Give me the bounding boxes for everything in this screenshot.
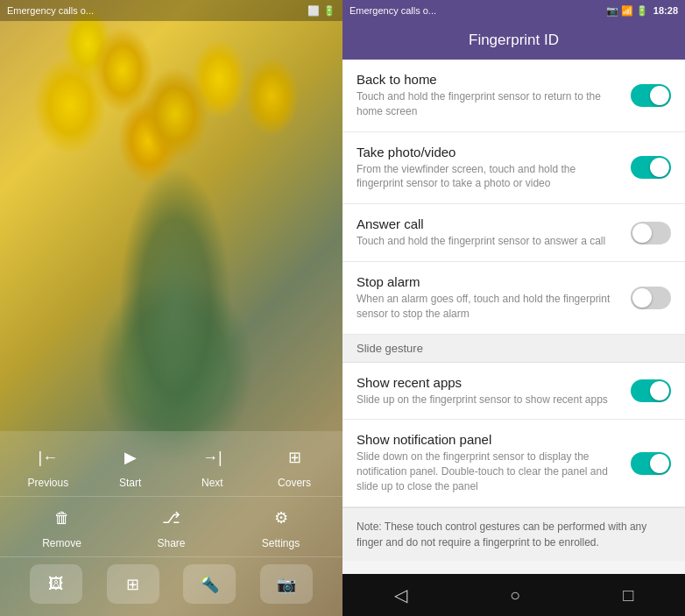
take-photo-knob	[650, 158, 669, 177]
recents-nav-button[interactable]: □	[623, 585, 633, 605]
signal-icon: 📶	[621, 5, 633, 17]
next-button[interactable]: →| Next	[181, 442, 243, 489]
show-recent-knob	[650, 381, 669, 400]
covers-label: Covers	[278, 477, 311, 489]
settings-list[interactable]: Back to home Touch and hold the fingerpr…	[342, 60, 685, 574]
show-notification-desc: Slide down on the fingerprint sensor to …	[357, 450, 620, 493]
next-label: Next	[201, 477, 223, 489]
covers-icon: ⊞	[279, 442, 310, 473]
settings-label: Settings	[262, 537, 300, 549]
status-icons-right: 📷 📶 🔋	[606, 5, 648, 17]
show-notification-knob	[650, 454, 669, 473]
answer-call-desc: Touch and hold the fingerprint sensor to…	[357, 234, 620, 249]
show-recent-title: Show recent apps	[357, 375, 620, 390]
take-photo-title: Take photo/video	[357, 145, 620, 159]
camera-icon-btn[interactable]: 📷	[260, 564, 313, 604]
flashlight-icon-btn[interactable]: 🔦	[183, 564, 236, 604]
slideshow-icon-btn[interactable]: 🖼	[30, 564, 82, 604]
navigation-bar: ◁ ○ □	[342, 574, 685, 616]
clock: 18:28	[653, 5, 678, 16]
page-title: Fingerprint ID	[342, 21, 685, 60]
right-panel: Emergency calls o... 📷 📶 🔋 18:28 Fingerp…	[342, 0, 685, 616]
share-button[interactable]: ⎇ Share	[141, 502, 202, 549]
start-label: Start	[119, 477, 141, 489]
slide-gesture-section: Slide gesture	[342, 335, 685, 363]
remove-icon: 🗑	[46, 502, 78, 534]
take-photo-toggle[interactable]	[631, 156, 671, 179]
left-panel: Emergency calls o... ⬜ 🔋 |← Previous ▶ S…	[0, 0, 342, 616]
settings-button[interactable]: ⚙ Settings	[251, 502, 312, 549]
wifi-icon: 🔋	[323, 5, 335, 17]
share-icon: ⎇	[156, 502, 187, 534]
settings-icon: ⚙	[265, 502, 297, 534]
media-overlay: |← Previous ▶ Start →| Next ⊞ Covers 🗑 R…	[0, 431, 342, 616]
take-photo-desc: From the viewfinder screen, touch and ho…	[357, 162, 620, 192]
answer-call-title: Answer call	[357, 216, 620, 231]
covers-button[interactable]: ⊞ Covers	[264, 442, 325, 489]
back-to-home-toggle[interactable]	[631, 84, 671, 107]
start-button[interactable]: ▶ Start	[100, 442, 161, 489]
setting-show-notification: Show notification panel Slide down on th…	[342, 420, 685, 506]
next-icon: →|	[196, 442, 228, 473]
remove-label: Remove	[42, 537, 81, 549]
emergency-text-left: Emergency calls o...	[7, 5, 307, 16]
stop-alarm-toggle[interactable]	[631, 287, 671, 309]
setting-stop-alarm: Stop alarm When an alarm goes off, touch…	[342, 262, 685, 335]
status-icons-left: ⬜ 🔋	[307, 5, 335, 17]
back-nav-button[interactable]: ◁	[394, 584, 407, 605]
media-controls: |← Previous ▶ Start →| Next ⊞ Covers	[0, 431, 342, 496]
bottom-icon-row: 🖼 ⊞ 🔦 📷	[0, 556, 342, 616]
start-icon: ▶	[115, 442, 146, 473]
emergency-text-right: Emergency calls o...	[350, 5, 606, 16]
stop-alarm-knob	[632, 288, 652, 308]
battery-icon-right: 🔋	[636, 5, 648, 17]
setting-take-photo: Take photo/video From the viewfinder scr…	[342, 132, 685, 205]
screenshot-icon: ⬜	[307, 5, 320, 17]
show-notification-toggle[interactable]	[631, 452, 671, 475]
show-notification-title: Show notification panel	[357, 432, 620, 447]
status-bar-left: Emergency calls o... ⬜ 🔋	[0, 0, 342, 21]
back-to-home-knob	[650, 86, 669, 105]
previous-button[interactable]: |← Previous	[18, 442, 79, 489]
stop-alarm-desc: When an alarm goes off, touch and hold t…	[357, 292, 620, 322]
share-label: Share	[157, 537, 185, 549]
grid-icon-btn[interactable]: ⊞	[107, 564, 159, 604]
previous-icon: |←	[32, 442, 64, 473]
setting-answer-call: Answer call Touch and hold the fingerpri…	[342, 204, 685, 262]
setting-show-recent: Show recent apps Slide up on the fingerp…	[342, 363, 685, 421]
answer-call-knob	[632, 223, 652, 243]
show-recent-toggle[interactable]	[631, 379, 671, 402]
remove-button[interactable]: 🗑 Remove	[32, 502, 93, 549]
back-to-home-desc: Touch and hold the fingerprint sensor to…	[357, 89, 620, 119]
status-bar-right: Emergency calls o... 📷 📶 🔋 18:28	[342, 0, 685, 21]
show-recent-desc: Slide up on the fingerprint sensor to sh…	[357, 393, 620, 407]
home-nav-button[interactable]: ○	[510, 585, 520, 605]
camera-status-icon: 📷	[606, 5, 618, 17]
back-to-home-title: Back to home	[357, 72, 620, 87]
stop-alarm-title: Stop alarm	[357, 274, 620, 289]
previous-label: Previous	[28, 477, 69, 489]
note-text: Note: These touch control gestures can b…	[342, 507, 685, 561]
answer-call-toggle[interactable]	[631, 222, 671, 244]
setting-back-to-home: Back to home Touch and hold the fingerpr…	[342, 60, 685, 132]
